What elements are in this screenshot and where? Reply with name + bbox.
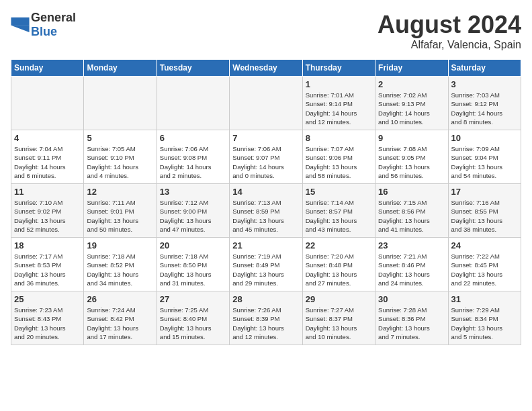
calendar-day-cell: 4Sunrise: 7:04 AMSunset: 9:11 PMDaylight… (11, 130, 84, 184)
day-number: 8 (306, 133, 372, 143)
day-number: 5 (87, 133, 153, 143)
day-info: Sunrise: 7:09 AMSunset: 9:04 PMDaylight:… (451, 144, 518, 180)
day-number: 12 (87, 187, 153, 197)
day-number: 29 (306, 294, 372, 304)
calendar-header: SundayMondayTuesdayWednesdayThursdayFrid… (11, 60, 521, 77)
svg-marker-1 (11, 26, 29, 32)
calendar-day-cell: 7Sunrise: 7:06 AMSunset: 9:07 PMDaylight… (230, 130, 302, 184)
day-info: Sunrise: 7:26 AMSunset: 8:39 PMDaylight:… (232, 306, 299, 341)
day-info: Sunrise: 7:11 AMSunset: 9:01 PMDaylight:… (87, 198, 153, 234)
day-number: 22 (306, 240, 372, 250)
calendar-week-row: 1Sunrise: 7:01 AMSunset: 9:14 PMDaylight… (11, 77, 521, 130)
calendar-day-cell: 2Sunrise: 7:02 AMSunset: 9:13 PMDaylight… (375, 77, 448, 130)
day-number: 3 (451, 79, 518, 89)
weekday-header: Sunday (11, 60, 84, 77)
calendar-day-cell: 18Sunrise: 7:17 AMSunset: 8:53 PMDayligh… (11, 238, 84, 291)
calendar-day-cell: 17Sunrise: 7:16 AMSunset: 8:55 PMDayligh… (448, 184, 521, 238)
day-info: Sunrise: 7:17 AMSunset: 8:53 PMDaylight:… (14, 252, 81, 287)
day-info: Sunrise: 7:20 AMSunset: 8:48 PMDaylight:… (306, 252, 372, 287)
calendar-day-cell: 30Sunrise: 7:28 AMSunset: 8:36 PMDayligh… (375, 291, 448, 345)
day-info: Sunrise: 7:04 AMSunset: 9:11 PMDaylight:… (14, 144, 81, 180)
day-info: Sunrise: 7:22 AMSunset: 8:45 PMDaylight:… (451, 252, 518, 287)
day-number: 28 (232, 294, 299, 304)
day-number: 20 (160, 240, 226, 250)
calendar-day-cell: 11Sunrise: 7:10 AMSunset: 9:02 PMDayligh… (11, 184, 84, 238)
day-info: Sunrise: 7:27 AMSunset: 8:37 PMDaylight:… (306, 306, 372, 341)
calendar-day-cell: 31Sunrise: 7:29 AMSunset: 8:34 PMDayligh… (448, 291, 521, 345)
day-info: Sunrise: 7:23 AMSunset: 8:43 PMDaylight:… (14, 306, 81, 341)
day-info: Sunrise: 7:18 AMSunset: 8:52 PMDaylight:… (87, 252, 153, 287)
day-info: Sunrise: 7:10 AMSunset: 9:02 PMDaylight:… (14, 198, 81, 234)
day-number: 4 (14, 133, 81, 143)
calendar-day-cell (157, 77, 229, 130)
page-header: General Blue August 2024 Alfafar, Valenc… (11, 11, 521, 51)
location-subtitle: Alfafar, Valencia, Spain (378, 39, 521, 51)
calendar-day-cell: 20Sunrise: 7:18 AMSunset: 8:50 PMDayligh… (157, 238, 229, 291)
day-number: 24 (451, 240, 518, 250)
calendar-table: SundayMondayTuesdayWednesdayThursdayFrid… (11, 59, 521, 345)
day-number: 11 (14, 187, 81, 197)
calendar-day-cell: 29Sunrise: 7:27 AMSunset: 8:37 PMDayligh… (302, 291, 375, 345)
day-number: 7 (232, 133, 299, 143)
day-info: Sunrise: 7:02 AMSunset: 9:13 PMDaylight:… (378, 91, 445, 126)
day-number: 25 (14, 294, 81, 304)
day-number: 9 (378, 133, 445, 143)
day-info: Sunrise: 7:14 AMSunset: 8:57 PMDaylight:… (306, 198, 372, 234)
calendar-day-cell: 8Sunrise: 7:07 AMSunset: 9:06 PMDaylight… (302, 130, 375, 184)
calendar-day-cell: 6Sunrise: 7:06 AMSunset: 9:08 PMDaylight… (157, 130, 229, 184)
day-info: Sunrise: 7:05 AMSunset: 9:10 PMDaylight:… (87, 144, 153, 180)
day-info: Sunrise: 7:06 AMSunset: 9:07 PMDaylight:… (232, 144, 299, 180)
weekday-header: Thursday (302, 60, 375, 77)
day-info: Sunrise: 7:16 AMSunset: 8:55 PMDaylight:… (451, 198, 518, 234)
day-info: Sunrise: 7:29 AMSunset: 8:34 PMDaylight:… (451, 306, 518, 341)
calendar-day-cell: 23Sunrise: 7:21 AMSunset: 8:46 PMDayligh… (375, 238, 448, 291)
day-number: 16 (378, 187, 445, 197)
day-number: 18 (14, 240, 81, 250)
calendar-day-cell: 13Sunrise: 7:12 AMSunset: 9:00 PMDayligh… (157, 184, 229, 238)
calendar-day-cell: 25Sunrise: 7:23 AMSunset: 8:43 PMDayligh… (11, 291, 84, 345)
svg-rect-0 (11, 17, 29, 26)
day-info: Sunrise: 7:25 AMSunset: 8:40 PMDaylight:… (160, 306, 226, 341)
calendar-week-row: 4Sunrise: 7:04 AMSunset: 9:11 PMDaylight… (11, 130, 521, 184)
day-number: 14 (232, 187, 299, 197)
weekday-header: Friday (375, 60, 448, 77)
logo-blue-text: Blue (31, 25, 57, 38)
calendar-day-cell: 9Sunrise: 7:08 AMSunset: 9:05 PMDaylight… (375, 130, 448, 184)
day-info: Sunrise: 7:03 AMSunset: 9:12 PMDaylight:… (451, 91, 518, 126)
day-number: 30 (378, 294, 445, 304)
day-number: 2 (378, 79, 445, 89)
day-number: 6 (160, 133, 226, 143)
day-number: 13 (160, 187, 226, 197)
day-number: 21 (232, 240, 299, 250)
day-info: Sunrise: 7:13 AMSunset: 8:59 PMDaylight:… (232, 198, 299, 234)
logo-general-text: General (31, 11, 76, 24)
calendar-week-row: 11Sunrise: 7:10 AMSunset: 9:02 PMDayligh… (11, 184, 521, 238)
day-info: Sunrise: 7:24 AMSunset: 8:42 PMDaylight:… (87, 306, 153, 341)
logo: General Blue (11, 11, 76, 39)
calendar-body: 1Sunrise: 7:01 AMSunset: 9:14 PMDaylight… (11, 77, 521, 345)
weekday-header: Monday (84, 60, 157, 77)
title-block: August 2024 Alfafar, Valencia, Spain (378, 11, 521, 51)
day-number: 26 (87, 294, 153, 304)
calendar-day-cell: 14Sunrise: 7:13 AMSunset: 8:59 PMDayligh… (230, 184, 302, 238)
day-number: 27 (160, 294, 226, 304)
calendar-day-cell: 24Sunrise: 7:22 AMSunset: 8:45 PMDayligh… (448, 238, 521, 291)
weekday-header: Saturday (448, 60, 521, 77)
day-info: Sunrise: 7:19 AMSunset: 8:49 PMDaylight:… (232, 252, 299, 287)
day-number: 23 (378, 240, 445, 250)
day-info: Sunrise: 7:28 AMSunset: 8:36 PMDaylight:… (378, 306, 445, 341)
calendar-day-cell: 21Sunrise: 7:19 AMSunset: 8:49 PMDayligh… (230, 238, 302, 291)
calendar-day-cell: 26Sunrise: 7:24 AMSunset: 8:42 PMDayligh… (84, 291, 157, 345)
day-info: Sunrise: 7:01 AMSunset: 9:14 PMDaylight:… (306, 91, 372, 126)
calendar-day-cell (84, 77, 157, 130)
day-info: Sunrise: 7:15 AMSunset: 8:56 PMDaylight:… (378, 198, 445, 234)
weekday-header: Wednesday (230, 60, 302, 77)
logo-icon (11, 17, 30, 32)
day-number: 15 (306, 187, 372, 197)
day-info: Sunrise: 7:18 AMSunset: 8:50 PMDaylight:… (160, 252, 226, 287)
calendar-day-cell: 22Sunrise: 7:20 AMSunset: 8:48 PMDayligh… (302, 238, 375, 291)
calendar-day-cell: 16Sunrise: 7:15 AMSunset: 8:56 PMDayligh… (375, 184, 448, 238)
day-info: Sunrise: 7:06 AMSunset: 9:08 PMDaylight:… (160, 144, 226, 180)
calendar-day-cell: 1Sunrise: 7:01 AMSunset: 9:14 PMDaylight… (302, 77, 375, 130)
calendar-day-cell: 19Sunrise: 7:18 AMSunset: 8:52 PMDayligh… (84, 238, 157, 291)
